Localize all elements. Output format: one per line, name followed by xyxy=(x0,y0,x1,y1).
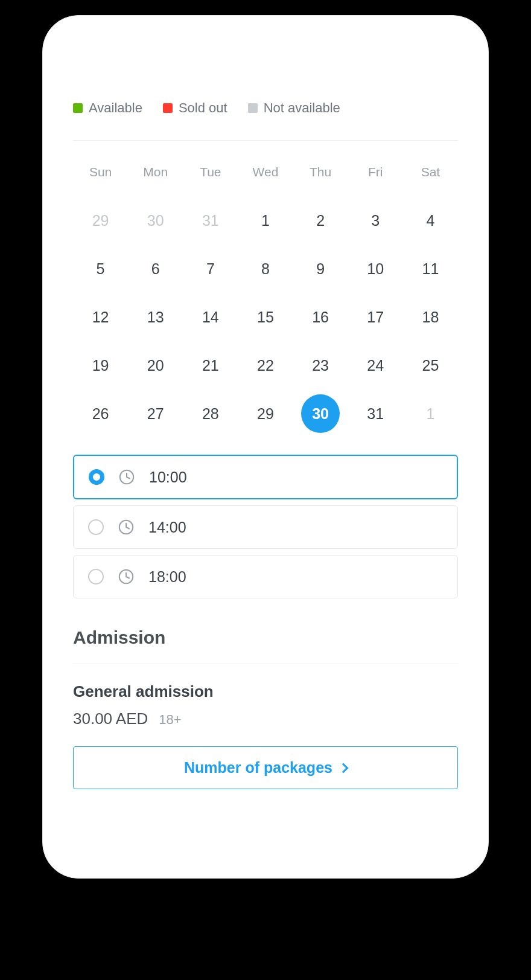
weekday-label: Sun xyxy=(73,165,128,179)
radio-icon xyxy=(89,469,104,485)
legend-sold-out: Sold out xyxy=(163,100,227,116)
calendar-day[interactable]: 28 xyxy=(183,389,238,438)
ticket-price: 30.00 AED xyxy=(73,709,148,728)
calendar-day[interactable]: 25 xyxy=(403,341,458,389)
radio-icon xyxy=(88,569,104,584)
calendar-day[interactable]: 27 xyxy=(128,389,183,438)
calendar-day[interactable]: 2 xyxy=(293,196,348,245)
calendar-day: 1 xyxy=(403,389,458,438)
calendar-day[interactable]: 30 xyxy=(293,389,348,438)
weekday-label: Mon xyxy=(128,165,183,179)
calendar-day[interactable]: 10 xyxy=(348,245,403,293)
legend-unavailable-label: Not available xyxy=(264,100,340,116)
legend-not-available: Not available xyxy=(248,100,340,116)
clock-icon xyxy=(117,568,135,586)
radio-icon xyxy=(88,519,104,535)
device-frame: Available Sold out Not available SunMonT… xyxy=(42,15,489,879)
weekday-label: Sat xyxy=(403,165,458,179)
calendar-row: 567891011 xyxy=(73,245,458,293)
clock-icon xyxy=(118,468,136,486)
calendar-day[interactable]: 7 xyxy=(183,245,238,293)
calendar-body: 2930311234567891011121314151617181920212… xyxy=(73,196,458,438)
timeslot-option[interactable]: 10:00 xyxy=(73,455,458,499)
calendar-day[interactable]: 11 xyxy=(403,245,458,293)
calendar-day[interactable]: 21 xyxy=(183,341,238,389)
timeslot-label: 18:00 xyxy=(148,568,186,586)
legend-soldout-label: Sold out xyxy=(179,100,227,116)
calendar-day[interactable]: 17 xyxy=(348,293,403,341)
calendar-row: 2627282930311 xyxy=(73,389,458,438)
svg-line-8 xyxy=(126,577,129,578)
calendar-day[interactable]: 24 xyxy=(348,341,403,389)
calendar-row: 12131415161718 xyxy=(73,293,458,341)
availability-legend: Available Sold out Not available xyxy=(73,100,458,141)
calendar-row: 2930311234 xyxy=(73,196,458,245)
calendar-day[interactable]: 9 xyxy=(293,245,348,293)
calendar-day[interactable]: 29 xyxy=(238,389,293,438)
calendar-day[interactable]: 18 xyxy=(403,293,458,341)
calendar-day[interactable]: 1 xyxy=(238,196,293,245)
legend-available: Available xyxy=(73,100,142,116)
calendar-day[interactable]: 23 xyxy=(293,341,348,389)
chevron-right-icon xyxy=(338,763,348,773)
calendar-day: 29 xyxy=(73,196,128,245)
calendar-row: 19202122232425 xyxy=(73,341,458,389)
calendar-day[interactable]: 22 xyxy=(238,341,293,389)
number-of-packages-button[interactable]: Number of packages xyxy=(73,746,458,789)
admission-section: Admission General admission 30.00 AED 18… xyxy=(73,627,458,789)
timeslot-label: 10:00 xyxy=(149,469,187,486)
price-row: 30.00 AED 18+ xyxy=(73,709,458,728)
calendar-day[interactable]: 8 xyxy=(238,245,293,293)
packages-button-label: Number of packages xyxy=(184,759,332,777)
calendar-weekday-header: SunMonTueWedThuFriSat xyxy=(73,165,458,179)
calendar-day[interactable]: 13 xyxy=(128,293,183,341)
calendar-day[interactable]: 26 xyxy=(73,389,128,438)
swatch-available-icon xyxy=(73,103,83,113)
ticket-name: General admission xyxy=(73,682,458,701)
svg-line-2 xyxy=(127,477,130,479)
ticket-age: 18+ xyxy=(159,712,181,728)
timeslot-option[interactable]: 14:00 xyxy=(73,505,458,549)
weekday-label: Tue xyxy=(183,165,238,179)
swatch-unavailable-icon xyxy=(248,103,258,113)
weekday-label: Fri xyxy=(348,165,403,179)
calendar-day[interactable]: 14 xyxy=(183,293,238,341)
calendar-day[interactable]: 19 xyxy=(73,341,128,389)
timeslot-label: 14:00 xyxy=(148,519,186,536)
calendar-day[interactable]: 3 xyxy=(348,196,403,245)
calendar-day[interactable]: 31 xyxy=(348,389,403,438)
calendar-day: 31 xyxy=(183,196,238,245)
calendar-day[interactable]: 6 xyxy=(128,245,183,293)
timeslot-option[interactable]: 18:00 xyxy=(73,555,458,598)
calendar-day[interactable]: 12 xyxy=(73,293,128,341)
calendar-day: 30 xyxy=(128,196,183,245)
calendar-day[interactable]: 5 xyxy=(73,245,128,293)
calendar: SunMonTueWedThuFriSat 293031123456789101… xyxy=(73,165,458,438)
calendar-day[interactable]: 4 xyxy=(403,196,458,245)
weekday-label: Thu xyxy=(293,165,348,179)
timeslot-list: 10:0014:0018:00 xyxy=(73,455,458,598)
swatch-soldout-icon xyxy=(163,103,173,113)
svg-line-5 xyxy=(126,527,129,529)
calendar-day[interactable]: 16 xyxy=(293,293,348,341)
calendar-day[interactable]: 15 xyxy=(238,293,293,341)
weekday-label: Wed xyxy=(238,165,293,179)
legend-available-label: Available xyxy=(89,100,142,116)
calendar-day[interactable]: 20 xyxy=(128,341,183,389)
admission-heading: Admission xyxy=(73,627,458,664)
clock-icon xyxy=(117,518,135,536)
